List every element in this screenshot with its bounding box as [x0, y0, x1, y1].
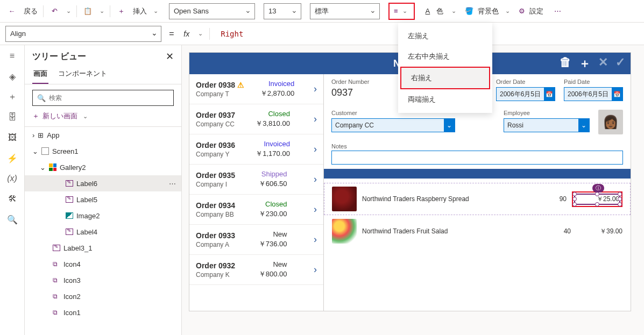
- insert-dropdown[interactable]: ⌄: [151, 8, 160, 15]
- chevron-right-icon[interactable]: ›: [310, 174, 317, 185]
- orders-list[interactable]: Order 0938 ⚠Company T Invoiced￥2,870.00 …: [189, 74, 324, 311]
- order-row[interactable]: Order 0936Company Y Invoiced￥1,170.00 ›: [189, 134, 323, 165]
- add-icon[interactable]: ＋: [579, 55, 591, 72]
- new-screen-button[interactable]: ＋ 新しい画面 ⌄: [25, 109, 181, 126]
- font-size-select[interactable]: 13: [264, 3, 301, 19]
- property-select[interactable]: Align: [5, 26, 161, 42]
- line-items-gallery[interactable]: Northwind Traders Raspberry Spread 90 ￥2…: [324, 179, 631, 252]
- paste-dropdown[interactable]: ⌄: [97, 8, 107, 15]
- rail-media-icon[interactable]: 🖾: [7, 132, 18, 143]
- formula-bar: Align = fx⌄ Right: [0, 23, 644, 45]
- rail-variables-icon[interactable]: (x): [7, 173, 18, 184]
- chevron-right-icon[interactable]: ›: [310, 144, 317, 155]
- calendar-icon: 📅: [544, 87, 555, 101]
- tree-icon2[interactable]: ⧉Icon2: [25, 288, 181, 304]
- align-right-option[interactable]: 右揃え: [400, 67, 490, 89]
- paste-button[interactable]: 📋: [80, 3, 95, 20]
- product-image: [332, 219, 357, 244]
- tree-icon3[interactable]: ⧉Icon3: [25, 272, 181, 288]
- rail-tools-icon[interactable]: 🛠: [7, 194, 18, 204]
- font-select[interactable]: Open Sans: [169, 3, 255, 19]
- customer-select[interactable]: Company CC⌄: [331, 118, 455, 132]
- tree-search-input[interactable]: [49, 94, 169, 102]
- insert-plus-icon[interactable]: ＋: [114, 3, 129, 20]
- tree-search-box[interactable]: 🔍: [32, 90, 174, 106]
- font-color-button[interactable]: A 色 ⌄: [423, 3, 461, 20]
- warning-icon: ⚠: [237, 81, 244, 89]
- order-row[interactable]: Order 0933Company A New￥736.00 ›: [189, 225, 323, 255]
- align-dropdown-menu: 左揃え 左右中央揃え 右揃え 両端揃え: [398, 23, 492, 113]
- rail-layers-icon[interactable]: ◈: [7, 71, 18, 82]
- font-weight-select[interactable]: 標準: [310, 3, 380, 19]
- tree-icon1[interactable]: ⧉Icon1: [25, 304, 181, 320]
- back-button[interactable]: ←: [4, 3, 19, 20]
- chevron-right-icon[interactable]: ›: [310, 234, 317, 245]
- tree-screen1[interactable]: ⌄Screen1: [25, 143, 181, 159]
- align-left-option[interactable]: 左揃え: [398, 26, 492, 46]
- close-tree-icon[interactable]: ✕: [166, 51, 174, 62]
- tab-screens[interactable]: 画面: [32, 66, 48, 84]
- tree-label6[interactable]: Label6⋯: [25, 175, 181, 191]
- tree-view-title: ツリー ビュー: [32, 51, 86, 62]
- product-name: Northwind Traders Raspberry Spread: [362, 195, 540, 203]
- back-label[interactable]: 戻る: [22, 3, 40, 20]
- search-icon: 🔍: [37, 94, 46, 102]
- product-image: [332, 187, 357, 211]
- product-price-selected[interactable]: ￥25.00 ⓘ: [574, 194, 620, 205]
- chevron-right-icon[interactable]: ›: [310, 113, 317, 125]
- order-row[interactable]: Order 0938 ⚠Company T Invoiced￥2,870.00 …: [189, 74, 323, 104]
- employee-select[interactable]: Rossi⌄: [504, 118, 590, 132]
- top-toolbar: ← 戻る ↶ ⌄ 📋 ⌄ ＋ 挿入 ⌄ Open Sans 13 標準 ≡⌄ A…: [0, 0, 644, 23]
- align-justify-option[interactable]: 両端揃え: [398, 89, 492, 110]
- delete-icon[interactable]: 🗑: [560, 55, 571, 72]
- font-color-icon: A: [426, 7, 430, 15]
- undo-dropdown[interactable]: ⌄: [64, 8, 73, 15]
- confirm-icon[interactable]: ✓: [615, 55, 625, 72]
- order-row[interactable]: Order 0932Company K New￥800.00 ›: [189, 255, 323, 285]
- insert-label[interactable]: 挿入: [131, 3, 149, 20]
- paid-date-picker[interactable]: 2006年6月5日📅: [564, 87, 623, 101]
- product-price: ￥39.00: [576, 227, 622, 236]
- chevron-right-icon[interactable]: ›: [310, 264, 317, 275]
- tree-icon4[interactable]: ⧉Icon4: [25, 256, 181, 272]
- tree-label4[interactable]: Label4: [25, 224, 181, 240]
- tree-view-panel: ツリー ビュー ✕ 画面 コンポーネント 🔍 ＋ 新しい画面 ⌄ ›⊞App ⌄…: [25, 45, 182, 335]
- line-item-row[interactable]: Northwind Traders Fruit Salad 40 ￥39.00: [324, 215, 631, 247]
- tree-list: ›⊞App ⌄Screen1 ⌄Gallery2 Label6⋯ Label5 …: [25, 127, 181, 335]
- line-items-header-bar: [324, 169, 631, 179]
- overflow-button[interactable]: ⋯: [550, 3, 565, 20]
- fx-dropdown[interactable]: ⌄: [196, 30, 205, 37]
- tree-gallery2[interactable]: ⌄Gallery2: [25, 159, 181, 175]
- order-row[interactable]: Order 0935Company I Shipped￥606.50 ›: [189, 165, 323, 195]
- chevron-right-icon[interactable]: ›: [310, 204, 317, 215]
- chevron-right-icon[interactable]: ›: [310, 83, 317, 95]
- order-date-picker[interactable]: 2006年6月5日📅: [496, 87, 555, 101]
- rail-data-icon[interactable]: 🗄: [7, 112, 18, 123]
- line-item-row[interactable]: Northwind Traders Raspberry Spread 90 ￥2…: [324, 183, 631, 215]
- text-align-button[interactable]: ≡⌄: [388, 3, 415, 20]
- tree-app[interactable]: ›⊞App: [25, 127, 181, 143]
- rail-flows-icon[interactable]: ⚡: [7, 153, 18, 163]
- undo-button[interactable]: ↶: [47, 3, 62, 20]
- tree-label5[interactable]: Label5: [25, 191, 181, 208]
- tab-components[interactable]: コンポーネント: [57, 66, 108, 84]
- tree-label3-1[interactable]: Label3_1: [25, 240, 181, 256]
- align-center-option[interactable]: 左右中央揃え: [398, 46, 492, 67]
- tree-image2[interactable]: Image2: [25, 208, 181, 224]
- order-date-label: Order Date: [496, 79, 555, 85]
- cancel-icon[interactable]: ✕: [598, 55, 608, 72]
- rail-insert-icon[interactable]: ＋: [7, 91, 18, 102]
- order-row[interactable]: Order 0937Company CC Closed￥3,810.00 ›: [189, 104, 323, 134]
- rail-tree-icon[interactable]: ≡: [7, 51, 18, 61]
- settings-button[interactable]: ⚙ 設定: [516, 3, 548, 20]
- product-name: Northwind Traders Fruit Salad: [362, 227, 544, 235]
- rail-search-icon[interactable]: 🔍: [7, 214, 18, 225]
- employee-avatar: 👩🏾: [598, 110, 623, 134]
- bg-color-button[interactable]: 🪣 背景色 ⌄: [463, 3, 514, 20]
- order-row[interactable]: Order 0934Company BB Closed￥230.00 ›: [189, 195, 323, 225]
- selection-info-icon[interactable]: ⓘ: [592, 184, 604, 193]
- product-qty: 40: [549, 227, 571, 235]
- tree-item-more-icon[interactable]: ⋯: [169, 180, 181, 188]
- notes-input[interactable]: [331, 151, 623, 165]
- fx-label[interactable]: fx: [181, 30, 192, 38]
